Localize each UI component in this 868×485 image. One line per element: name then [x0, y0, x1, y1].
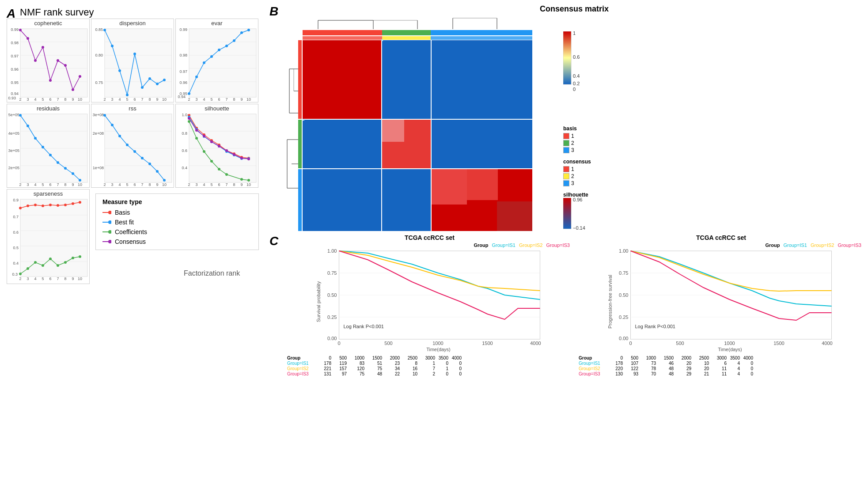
svg-text:5: 5	[42, 97, 44, 102]
plot-cophenetic-svg: 0.99 0.98 0.97 0.96 0.95 0.94 0.93 2 3 4…	[7, 27, 90, 102]
svg-point-186	[240, 157, 243, 159]
svg-text:4: 4	[203, 182, 205, 187]
km-table-right: Group 0 500 1000 1500 2000 2500 3000 350…	[579, 356, 864, 376]
svg-text:0.6: 0.6	[13, 230, 19, 235]
svg-text:0.99: 0.99	[179, 27, 187, 32]
svg-text:3: 3	[195, 97, 197, 102]
svg-point-53	[148, 77, 151, 80]
svg-text:2e+05: 2e+05	[8, 166, 19, 170]
svg-text:−0.14: −0.14	[573, 225, 585, 231]
svg-rect-263	[303, 120, 381, 168]
svg-rect-271	[467, 169, 498, 200]
plot-sparseness: sparseness 0.9 0.7 0.6 0.5 0.4 0.3 2	[7, 189, 90, 284]
svg-text:2: 2	[19, 182, 21, 187]
svg-text:5: 5	[210, 97, 212, 102]
svg-rect-243	[382, 30, 431, 35]
svg-text:0.00: 0.00	[327, 336, 337, 341]
svg-point-26	[57, 59, 59, 62]
svg-text:0.96: 0.96	[573, 198, 582, 202]
svg-text:4: 4	[34, 97, 36, 102]
svg-point-109	[72, 172, 74, 175]
svg-text:7: 7	[141, 97, 143, 102]
svg-text:0.25: 0.25	[619, 314, 628, 320]
svg-text:7: 7	[57, 182, 59, 187]
svg-text:0.93: 0.93	[8, 96, 16, 100]
svg-text:0.97: 0.97	[11, 54, 19, 58]
consensus-section: Consensus matrix	[269, 4, 864, 234]
svg-rect-242	[303, 30, 382, 35]
measure-consensus: Consensus	[102, 238, 252, 245]
survival-plot-left: TCGA ccRCC set Group Group=IS1 Group=IS2…	[287, 234, 572, 481]
svg-point-183	[218, 145, 220, 148]
svg-point-106	[49, 154, 52, 156]
svg-text:9: 9	[156, 97, 158, 102]
section-c: C TCGA ccRCC set Group Group=IS1 Group=I…	[269, 234, 864, 481]
svg-point-55	[163, 79, 166, 81]
measure-type-legend: Measure type Basis Best fit Coefficients	[95, 193, 259, 250]
group-col-header-r: Group	[579, 356, 610, 360]
svg-rect-258	[298, 120, 302, 168]
svg-point-222	[57, 264, 59, 267]
svg-text:0.85: 0.85	[95, 27, 103, 32]
group-label-r: Group	[765, 242, 780, 248]
consensus-3: 3	[563, 180, 599, 186]
svg-point-105	[42, 146, 44, 148]
svg-point-29	[79, 75, 81, 78]
plot-cophenetic: cophenetic 0.99 0.98 0.97 0.96	[7, 19, 90, 102]
svg-text:10: 10	[78, 182, 82, 187]
svg-text:0.80: 0.80	[95, 53, 103, 57]
svg-text:10: 10	[78, 277, 82, 281]
svg-point-127	[103, 114, 106, 117]
svg-text:10: 10	[246, 182, 251, 187]
svg-point-129	[118, 135, 121, 137]
svg-rect-274	[303, 119, 304, 121]
survival-left-legend: Group Group=IS1 Group=IS2 Group=IS3	[287, 242, 572, 248]
svg-text:5: 5	[210, 182, 212, 187]
svg-text:3: 3	[111, 97, 113, 102]
svg-text:2: 2	[103, 97, 106, 102]
svg-point-102	[19, 114, 22, 117]
basis-2: 2	[563, 140, 599, 146]
survival-right-legend: Group Group=IS1 Group=IS2 Group=IS3	[579, 242, 864, 248]
svg-point-110	[79, 179, 81, 182]
svg-point-210	[34, 204, 37, 206]
svg-rect-259	[298, 169, 302, 231]
svg-text:8: 8	[64, 97, 66, 102]
consensus-heatmap-container	[285, 16, 559, 235]
svg-point-79	[210, 55, 213, 58]
svg-text:3: 3	[27, 182, 29, 187]
svg-point-185	[233, 153, 235, 156]
svg-text:0.50: 0.50	[327, 292, 337, 298]
svg-text:3: 3	[27, 97, 29, 102]
svg-point-177	[240, 178, 243, 181]
svg-rect-260	[303, 40, 381, 119]
measure-basis-label: Basis	[115, 209, 130, 216]
svg-point-84	[247, 29, 250, 31]
km-table-left: Group 0 500 1000 1500 2000 2500 3000 350…	[287, 356, 572, 376]
svg-point-224	[72, 257, 74, 259]
svg-text:Time(days): Time(days)	[426, 347, 451, 352]
svg-point-25	[49, 79, 52, 82]
svg-rect-266	[432, 120, 532, 168]
measure-type-title: Measure type	[102, 198, 252, 205]
svg-rect-244	[431, 30, 532, 35]
svg-text:3e+08: 3e+08	[93, 113, 104, 117]
plot-rss: rss 3e+08 2e+08 1e+08 2 3 4 5 6	[91, 104, 174, 188]
svg-text:Log Rank P<0.001: Log Rank P<0.001	[635, 324, 675, 329]
svg-rect-270	[432, 169, 467, 205]
svg-text:5: 5	[126, 97, 128, 102]
basis-1-label: 1	[571, 133, 574, 139]
svg-rect-245	[303, 36, 382, 40]
svg-point-130	[126, 144, 129, 146]
section-b-label: B	[269, 4, 278, 19]
svg-rect-275	[563, 31, 571, 84]
svg-text:2: 2	[19, 97, 21, 102]
svg-text:Survival probability: Survival probability	[316, 281, 321, 322]
survival-plots-container: TCGA ccRCC set Group Group=IS1 Group=IS2…	[287, 234, 864, 481]
svg-text:1.00: 1.00	[327, 249, 337, 254]
group-is1-label-right: Group=IS1	[783, 242, 807, 248]
svg-point-176	[225, 173, 228, 176]
svg-text:2: 2	[19, 277, 21, 281]
group-is1-label-left: Group=IS1	[492, 242, 515, 248]
svg-point-24	[42, 46, 44, 49]
